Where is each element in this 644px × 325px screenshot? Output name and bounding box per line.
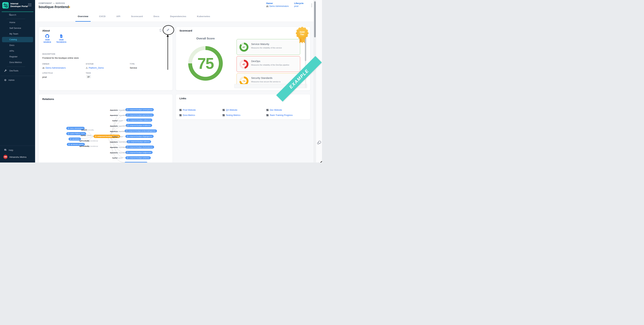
sidebar-accent-divider (2, 11, 34, 12)
owner-link[interactable]: Demo Administrators (266, 5, 289, 7)
metric-name: DevOps (251, 60, 260, 62)
group-icon (42, 67, 45, 69)
link-dev-website[interactable]: Dev Website (266, 109, 282, 111)
system-icon (86, 67, 88, 69)
sidebar-item-docs[interactable]: Docs (2, 43, 33, 48)
relation-node-currencyservice[interactable]: component:boutique-currencyservice (126, 108, 154, 111)
metric-desc: Measures how secure the service is (251, 81, 280, 83)
description-label: DESCRIPTION (42, 53, 55, 55)
link-testing-metrics[interactable]: Testing Metrics (222, 114, 240, 116)
owner-field-link[interactable]: Demo Administrators (42, 67, 66, 69)
tab-api[interactable]: API (114, 11, 123, 22)
api-icon (68, 144, 70, 145)
edge-label: dependsOn/dependencyOf (110, 152, 128, 154)
sidebar-item-self-service[interactable]: Self Service (2, 25, 33, 31)
edge-label: dependsOn/dependencyOf (110, 141, 128, 143)
relation-node-loadgenerator[interactable]: component:boutique-loadgenerator (126, 151, 152, 154)
edge-label: hasPart/partOf (81, 135, 91, 136)
sidebar-item-catalog[interactable]: Catalog (2, 37, 33, 42)
more-options-icon[interactable] (310, 4, 313, 7)
links-card: Links Prod Website QA Website Dev Websit… (176, 94, 310, 120)
link-dora-metrics[interactable]: Dora Metrics (180, 114, 195, 116)
sidebar-item-apis[interactable]: APIs (2, 48, 33, 54)
sidebar-item-dora-metrics[interactable]: Dora Metrics (2, 60, 33, 65)
dashboard-icon (266, 114, 268, 116)
sidebar-item-admin[interactable]: Admin (0, 77, 35, 83)
tab-scorecard[interactable]: Scorecard (129, 11, 145, 22)
metric-desc: Measures the reliability of this service (251, 47, 282, 49)
dashboard-icon (180, 114, 182, 116)
sidebar-user[interactable]: HM Himanshu Mishra (0, 155, 35, 160)
relation-node-adservice[interactable]: component:boutique-adservice (126, 140, 151, 143)
page-vertical-scrollbar[interactable] (314, 0, 316, 162)
techdocs-icon (60, 34, 63, 38)
entity-tabs: Overview CI/CD API Scorecard Docs Depend… (35, 11, 314, 22)
lifecycle-label: Lifecycle (294, 2, 304, 4)
relation-node-cartservice[interactable]: component:boutique-cartservice (126, 156, 151, 159)
portal-logo-icon[interactable] (2, 2, 9, 8)
favorite-star-icon[interactable]: ★ (68, 5, 71, 9)
wrench-icon (4, 69, 7, 72)
sidebar-item-home[interactable]: Home (2, 20, 33, 25)
link-qa-website[interactable]: QA Website (222, 109, 237, 111)
edge-label: apiProvidedBy/providesApi (80, 140, 98, 142)
link-prod-website[interactable]: Prod Website (180, 109, 196, 111)
scorecard-title: Scorecard (180, 29, 192, 32)
tab-dependencies[interactable]: Dependencies (168, 11, 188, 22)
svg-text:?: ? (5, 149, 6, 150)
tab-kubernetes[interactable]: Kubernetes (194, 11, 212, 22)
metric-devops[interactable]: 47 DevOps Measures the reliability of th… (236, 56, 300, 72)
overall-score-label: Overall Score (188, 37, 223, 40)
metric-service-maturity[interactable]: 87 Service Maturity Measures the reliabi… (236, 39, 300, 55)
annotation-circle (163, 25, 174, 35)
metrics-vertical-scrollbar[interactable] (305, 37, 306, 88)
edge-label: hasPart/partOf (112, 157, 122, 159)
view-source-button[interactable]: VIEW SOURCE (44, 34, 49, 38)
tab-overview[interactable]: Overview (76, 11, 91, 22)
relation-node-emailservice[interactable]: component:boutique-emailservice (126, 124, 152, 127)
view-techdocs-button[interactable]: VIEW TECHDOCS (58, 34, 63, 38)
system-field-label: SYSTEM (86, 63, 94, 65)
internal-developer-portal: Internal Developer Portal Search Home Se… (0, 0, 322, 162)
component-icon (128, 141, 130, 143)
relation-node-paymentservice[interactable]: component:boutique-paymentservice (126, 113, 154, 117)
relation-node-productcatalogservice[interactable]: component:boutique-productcatalogservice (124, 129, 157, 132)
link-team-training-progress[interactable]: Team Training Progress (266, 114, 292, 116)
breadcrumb: COMPONENT — SERVICE (38, 2, 65, 4)
relation-node-redisservice[interactable]: component:boutique-redisservice (126, 119, 152, 122)
api-icon (70, 138, 72, 140)
type-field-label: TYPE (130, 63, 135, 65)
sidebar-search[interactable]: Search (0, 13, 35, 18)
metric-desc: Measures the reliability of the DevOps p… (251, 64, 289, 66)
edge-label: dependsOn/dependencyOf (110, 125, 128, 127)
chat-feedback-icon[interactable] (317, 141, 321, 145)
portal-title: Internal Developer Portal (10, 2, 28, 8)
refresh-icon[interactable] (159, 28, 162, 32)
metric-name: Service Maturity (251, 43, 269, 45)
sidebar-item-help[interactable]: ? Help (0, 148, 35, 153)
sidebar-item-register[interactable]: Register (2, 54, 33, 59)
tab-docs[interactable]: Docs (151, 11, 162, 22)
github-icon (45, 34, 49, 38)
lifecycle-field-label: LIFECYCLE (42, 72, 53, 74)
sidebar-item-my-team[interactable]: My Team (2, 31, 33, 36)
gold-tier-badge: Gold Tier (296, 26, 309, 44)
svg-text:Tier: Tier (300, 33, 304, 36)
scorecard-card: Scorecard Gold Tier Overall Score (176, 27, 310, 91)
tag-chip[interactable]: go (86, 75, 91, 78)
edge-label: dependsOn/dependencyOf (110, 115, 128, 116)
relation-node-shippingservice[interactable]: component:boutique-shippingservice (126, 135, 154, 138)
sidebar-divider (7, 19, 25, 19)
system-field-link[interactable]: Platform_Demo (86, 67, 104, 69)
component-icon (127, 135, 128, 137)
sidebar-item-devtools[interactable]: DevTools (0, 68, 35, 73)
tab-cicd[interactable]: CI/CD (97, 11, 108, 22)
relation-node-partial[interactable] (124, 162, 148, 162)
svg-text:Gold: Gold (300, 31, 305, 33)
relation-node-api-petstore[interactable]: api:petstore (68, 137, 81, 141)
scrollbar-thumb[interactable] (314, 1, 316, 37)
owner-field-label: OWNER (42, 63, 49, 65)
relation-node-checkoutservice[interactable]: component:boutique-checkoutservice (126, 146, 154, 149)
type-field-value: Service (130, 67, 137, 69)
apps-grid-icon[interactable] (28, 3, 31, 6)
